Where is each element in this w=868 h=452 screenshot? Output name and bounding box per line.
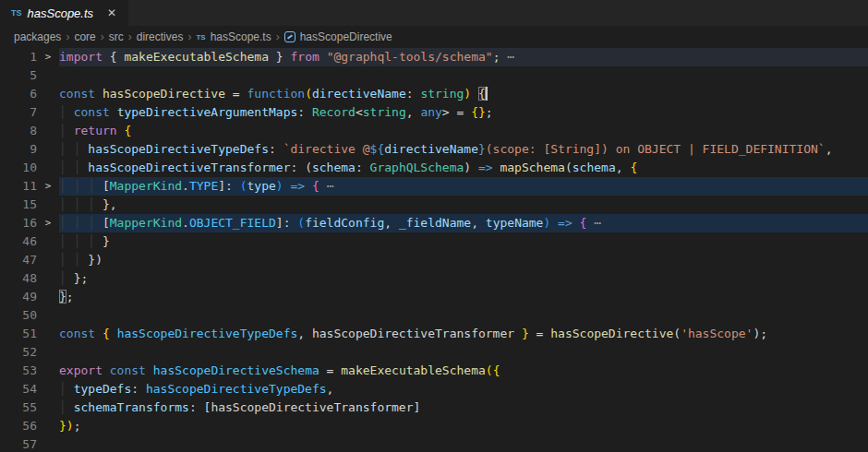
code-line-51: 51const { hasScopeDirectiveTypeDefs, has…: [0, 325, 868, 343]
code-line-1: 1>import { makeExecutableSchema } from "…: [0, 48, 868, 66]
tab-hasScope[interactable]: TS hasScope.ts ✕: [0, 0, 128, 26]
code-token: },: [102, 197, 117, 211]
code-line-content[interactable]: const hasScopeDirective = function(direc…: [59, 85, 868, 103]
line-number: 16: [0, 214, 37, 232]
code-line-content[interactable]: │ };: [59, 269, 868, 288]
breadcrumb-item-src[interactable]: src: [109, 30, 124, 43]
code-editor: 1>import { makeExecutableSchema } from "…: [0, 48, 868, 452]
code-line-content[interactable]: [59, 66, 868, 85]
code-token: hasScopeDirectiveSchema: [153, 363, 319, 377]
code-line-content[interactable]: [59, 306, 868, 325]
code-line-content[interactable]: │ return {: [59, 122, 868, 140]
code-token: (: [305, 87, 312, 101]
fold-chevron-icon: [37, 159, 59, 177]
fold-chevron-icon[interactable]: >: [37, 48, 59, 66]
code-token: "@graphql-tools/schema": [327, 50, 493, 64]
code-token: ,: [616, 161, 631, 174]
code-line-content[interactable]: import { makeExecutableSchema } from "@g…: [59, 48, 868, 66]
code-line-content[interactable]: │ typeDefs: hasScopeDirectiveTypeDefs,: [59, 380, 868, 398]
code-line-content[interactable]: export const hasScopeDirectiveSchema = m…: [59, 362, 868, 380]
code-token: const: [59, 87, 102, 101]
code-line-content[interactable]: const { hasScopeDirectiveTypeDefs, hasSc…: [59, 325, 868, 343]
code-line-content[interactable]: │ │ hasScopeDirectiveTypeDefs: `directiv…: [59, 140, 868, 159]
gutter: 47: [0, 251, 59, 269]
breadcrumb-separator: ›: [187, 30, 191, 43]
code-token: mapSchema: [500, 161, 564, 174]
gutter: 11>: [0, 177, 59, 196]
code-token: _fieldName: [399, 216, 471, 230]
code-token: ;: [66, 290, 74, 303]
code-line-content[interactable]: │ │ hasScopeDirectiveTransformer: (schem…: [59, 159, 868, 177]
gutter: 52: [0, 343, 59, 362]
code-token: ]: [414, 400, 421, 414]
code-token: ${: [370, 142, 385, 156]
code-token: │ │: [59, 142, 88, 156]
close-icon[interactable]: ✕: [104, 6, 119, 20]
code-token: hasScopeDirectiveTypeDefs: [146, 382, 327, 396]
code-token: const: [110, 363, 153, 377]
line-number: 9: [0, 140, 37, 159]
code-token: (scope: [String]) on OBJECT | FIELD_DEFI…: [486, 142, 826, 156]
code-token: from: [290, 50, 326, 64]
fold-chevron-icon: [37, 122, 59, 140]
gutter: 1>: [0, 48, 59, 66]
code-token: ⋯: [500, 50, 514, 64]
code-line-content[interactable]: │ │ │ [MapperKind.TYPE]: (type) => { ⋯: [59, 177, 868, 196]
fold-chevron-icon: [37, 362, 59, 380]
breadcrumb-item-symbol[interactable]: hasScopeDirective: [284, 30, 392, 43]
line-number: 50: [0, 306, 37, 325]
code-token: ): [464, 87, 471, 101]
code-token: return: [74, 124, 125, 137]
code-line-56: 56});: [0, 417, 868, 435]
code-line-content[interactable]: [59, 435, 868, 452]
line-number: 6: [0, 85, 37, 103]
breadcrumb-item-directives[interactable]: directives: [137, 30, 184, 43]
fold-chevron-icon: [37, 325, 59, 343]
code-token: any: [420, 105, 441, 119]
code-token: makeExecutableSchema: [341, 363, 486, 377]
line-number: 15: [0, 196, 37, 214]
fold-chevron-icon[interactable]: >: [37, 177, 59, 196]
line-number: 54: [0, 380, 37, 398]
gutter: 46: [0, 232, 59, 251]
code-line-content[interactable]: });: [59, 417, 868, 435]
code-token: {}: [471, 105, 486, 119]
code-token: .: [182, 179, 189, 193]
code-line-content[interactable]: │ │ }): [59, 251, 868, 269]
tab-title: hasScope.ts: [28, 6, 94, 20]
breadcrumb-item-file[interactable]: TShasScope.ts: [196, 30, 271, 43]
code-line-16: 16>│ │ │ [MapperKind.OBJECT_FIELD]: (fie…: [0, 214, 868, 232]
fold-chevron-icon: [37, 398, 59, 417]
code-token: =>: [283, 179, 312, 193]
code-token: :: [189, 400, 204, 414]
code-token: string: [420, 87, 464, 101]
code-token: :: [131, 382, 146, 396]
code-line-57: 57: [0, 435, 868, 452]
code-line-content[interactable]: │ │ │ },: [59, 196, 868, 214]
code-line-content[interactable]: [59, 343, 868, 362]
code-line-content[interactable]: │ schemaTransforms: [hasScopeDirectiveTr…: [59, 398, 868, 417]
code-line-11: 11>│ │ │ [MapperKind.TYPE]: (type) => { …: [0, 177, 868, 196]
code-line-content[interactable]: │ const typeDirectiveArgumentMaps: Recor…: [59, 103, 868, 122]
breadcrumb-item-packages[interactable]: packages: [14, 30, 61, 43]
code-line-content[interactable]: };: [59, 288, 868, 306]
fold-chevron-icon[interactable]: >: [37, 214, 59, 232]
code-line-content[interactable]: │ │ │ }: [59, 232, 868, 251]
code-line-46: 46│ │ │ }: [0, 232, 868, 251]
code-token: hasScopeDirective: [550, 327, 673, 340]
code-token: ,: [327, 382, 334, 396]
code-token: .: [182, 216, 189, 230]
code-line-content[interactable]: │ │ │ [MapperKind.OBJECT_FIELD]: (fieldC…: [59, 214, 868, 232]
code-token: ;: [760, 327, 767, 340]
code-token: typeName: [486, 216, 544, 230]
code-token: :: [356, 161, 370, 174]
gutter: 15: [0, 196, 59, 214]
breadcrumb-item-core[interactable]: core: [74, 30, 95, 43]
gutter: 49: [0, 288, 59, 306]
code-token: type: [247, 179, 276, 193]
line-number: 8: [0, 122, 37, 140]
code-token: OBJECT_FIELD: [189, 216, 276, 230]
gutter: 54: [0, 380, 59, 398]
breadcrumb-separator: ›: [66, 30, 69, 43]
line-number: 5: [0, 66, 37, 85]
